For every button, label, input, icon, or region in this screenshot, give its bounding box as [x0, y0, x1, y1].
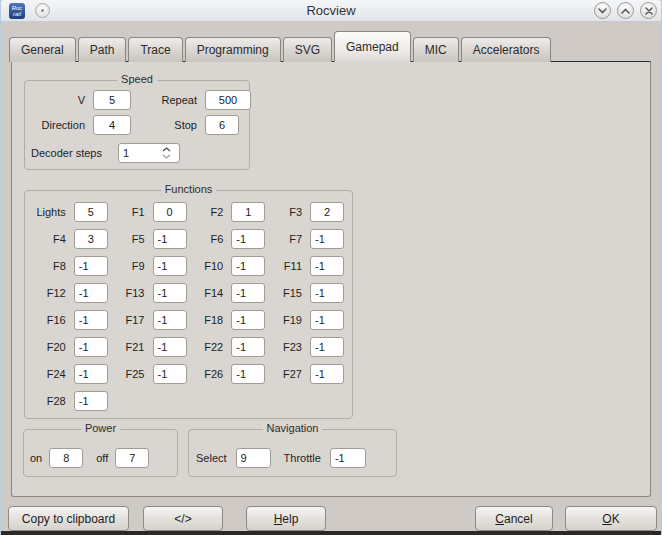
power-off-input[interactable]	[115, 448, 149, 468]
f3-input[interactable]	[310, 202, 344, 222]
function-cell-f19: F19	[265, 310, 344, 330]
functions-group: Functions LightsF1F2F3F4F5F6F7F8F9F10F11…	[24, 190, 353, 419]
gamepad-tab-panel: Speed V Repeat Direction Stop Decoder st…	[11, 61, 651, 497]
f4-input[interactable]	[74, 229, 108, 249]
function-cell-f8: F8	[29, 256, 108, 276]
tab-gamepad[interactable]: Gamepad	[334, 31, 411, 62]
ok-button-label: OK	[566, 512, 656, 526]
f18-label: F18	[187, 314, 232, 326]
window-bottom-edge	[1, 531, 661, 535]
spinner-down-icon[interactable]	[162, 154, 171, 159]
f11-label: F11	[265, 260, 310, 272]
direction-label: Direction	[31, 119, 85, 131]
v-label: V	[31, 94, 85, 106]
f5-label: F5	[108, 233, 153, 245]
function-cell-f2: F2	[187, 202, 266, 222]
ok-button[interactable]: OK	[565, 506, 657, 531]
repeat-input[interactable]	[205, 90, 251, 110]
f20-label: F20	[29, 341, 74, 353]
select-input[interactable]	[236, 448, 271, 468]
lights-input[interactable]	[74, 202, 108, 222]
function-cell-f10: F10	[187, 256, 266, 276]
xml-button[interactable]: </>	[143, 506, 223, 531]
lights-label: Lights	[29, 206, 74, 218]
function-cell-f15: F15	[265, 283, 344, 303]
close-button[interactable]	[640, 2, 657, 19]
f23-input[interactable]	[310, 337, 344, 357]
f27-input[interactable]	[310, 364, 344, 384]
direction-input[interactable]	[93, 115, 131, 135]
function-cell-f26: F26	[187, 364, 266, 384]
f21-input[interactable]	[153, 337, 187, 357]
function-cell-f14: F14	[187, 283, 266, 303]
f24-label: F24	[29, 368, 74, 380]
spinner-up-icon[interactable]	[162, 147, 171, 152]
function-cell-f20: F20	[29, 337, 108, 357]
help-button[interactable]: Help	[246, 506, 326, 531]
f13-input[interactable]	[153, 283, 187, 303]
minimize-button[interactable]	[594, 2, 611, 19]
f14-input[interactable]	[231, 283, 265, 303]
f24-input[interactable]	[74, 364, 108, 384]
f15-input[interactable]	[310, 283, 344, 303]
f8-input[interactable]	[74, 256, 108, 276]
tab-svg[interactable]: SVG	[283, 37, 332, 62]
maximize-button[interactable]	[617, 2, 634, 19]
speed-group: Speed V Repeat Direction Stop Decoder st…	[24, 80, 250, 170]
function-cell-f24: F24	[29, 364, 108, 384]
f1-input[interactable]	[153, 202, 187, 222]
tab-path[interactable]: Path	[78, 37, 127, 62]
f18-input[interactable]	[231, 310, 265, 330]
f20-input[interactable]	[74, 337, 108, 357]
tab-mic[interactable]: MIC	[413, 37, 459, 62]
power-group: Power on off	[23, 429, 178, 477]
power-group-legend: Power	[81, 422, 120, 434]
function-cell-f4: F4	[29, 229, 108, 249]
navigation-group-legend: Navigation	[263, 422, 323, 434]
f12-label: F12	[29, 287, 74, 299]
select-label: Select	[196, 452, 227, 464]
decoder-steps-spinner[interactable]	[118, 143, 180, 163]
navigation-group: Navigation Select Throttle	[188, 429, 397, 477]
copy-to-clipboard-button[interactable]: Copy to clipboard	[8, 506, 129, 531]
f19-input[interactable]	[310, 310, 344, 330]
f16-label: F16	[29, 314, 74, 326]
f10-input[interactable]	[231, 256, 265, 276]
function-cell-f7: F7	[265, 229, 344, 249]
throttle-input[interactable]	[330, 448, 366, 468]
help-button-label: Help	[247, 512, 325, 526]
f9-input[interactable]	[153, 256, 187, 276]
function-cell-f9: F9	[108, 256, 187, 276]
cancel-button[interactable]: Cancel	[475, 506, 553, 531]
repeat-label: Repeat	[139, 94, 197, 106]
f28-input[interactable]	[74, 391, 108, 411]
f7-input[interactable]	[310, 229, 344, 249]
tab-programming[interactable]: Programming	[185, 37, 281, 62]
f6-input[interactable]	[231, 229, 265, 249]
f26-input[interactable]	[231, 364, 265, 384]
stop-input[interactable]	[205, 115, 239, 135]
f12-input[interactable]	[74, 283, 108, 303]
function-cell-f23: F23	[265, 337, 344, 357]
f22-input[interactable]	[231, 337, 265, 357]
f13-label: F13	[108, 287, 153, 299]
f25-input[interactable]	[153, 364, 187, 384]
f2-input[interactable]	[231, 202, 265, 222]
f21-label: F21	[108, 341, 153, 353]
v-input[interactable]	[93, 90, 131, 110]
f25-label: F25	[108, 368, 153, 380]
throttle-label: Throttle	[284, 452, 321, 464]
tab-general[interactable]: General	[9, 37, 76, 62]
decoder-steps-input[interactable]	[119, 144, 159, 162]
function-cell-f25: F25	[108, 364, 187, 384]
tab-accelerators[interactable]: Accelerators	[461, 37, 552, 62]
f16-input[interactable]	[74, 310, 108, 330]
f5-input[interactable]	[153, 229, 187, 249]
tab-trace[interactable]: Trace	[128, 37, 182, 62]
stop-label: Stop	[139, 119, 197, 131]
function-cell-f13: F13	[108, 283, 187, 303]
f17-input[interactable]	[153, 310, 187, 330]
power-on-input[interactable]	[49, 448, 83, 468]
function-cell-f16: F16	[29, 310, 108, 330]
f11-input[interactable]	[310, 256, 344, 276]
